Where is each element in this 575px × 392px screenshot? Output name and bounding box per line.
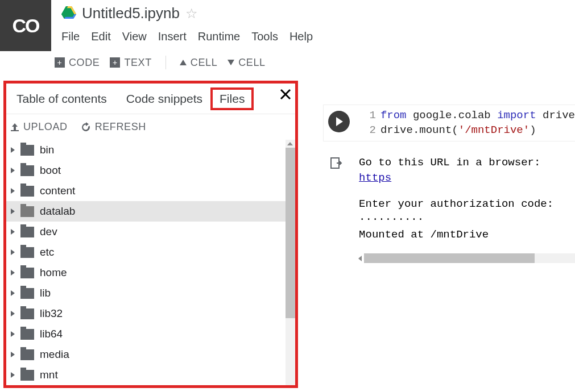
- chevron-right-icon: [11, 352, 15, 357]
- output-line-1a: Go to this URL in a browser:: [359, 156, 540, 169]
- h-scroll-thumb[interactable]: [364, 253, 535, 263]
- plus-icon: +: [110, 57, 120, 68]
- file-item[interactable]: lib: [6, 283, 295, 303]
- cell-output: Go to this URL in a browser: https Enter…: [323, 155, 575, 242]
- star-icon[interactable]: ☆: [185, 6, 198, 22]
- toolbar: + CODE + TEXT CELL CELL: [55, 52, 575, 73]
- main-menu: File Edit View Insert Runtime Tools Help: [61, 30, 313, 43]
- add-code-button[interactable]: + CODE: [55, 57, 100, 69]
- output-icon[interactable]: [330, 156, 344, 170]
- file-name: media: [40, 348, 69, 361]
- menu-runtime[interactable]: Runtime: [198, 30, 240, 43]
- file-name: content: [40, 185, 75, 197]
- file-name: datalab: [40, 205, 75, 218]
- chevron-right-icon: [11, 290, 15, 296]
- output-line-2: Enter your authorization code:: [359, 197, 575, 212]
- cell-up-button[interactable]: CELL: [180, 57, 217, 69]
- folder-icon: [20, 370, 34, 381]
- toolbar-divider: [166, 56, 166, 69]
- svg-marker-6: [64, 16, 73, 18]
- add-code-label: CODE: [69, 57, 100, 69]
- run-cell-button[interactable]: [328, 111, 350, 132]
- chevron-right-icon: [11, 208, 15, 214]
- scroll-left-icon: [358, 256, 362, 261]
- cell-h-scrollbar[interactable]: [356, 253, 575, 263]
- output-line-4: Mounted at /mntDrive: [359, 227, 575, 243]
- file-item[interactable]: mnt: [6, 365, 295, 385]
- file-item[interactable]: lib64: [6, 324, 295, 344]
- chevron-right-icon: [11, 331, 15, 337]
- chevron-right-icon: [11, 229, 15, 235]
- menu-tools[interactable]: Tools: [251, 30, 278, 43]
- file-item[interactable]: etc: [6, 242, 295, 262]
- menu-help[interactable]: Help: [289, 30, 313, 43]
- file-name: home: [40, 266, 67, 279]
- file-item[interactable]: home: [6, 262, 295, 283]
- upload-icon: [10, 122, 20, 132]
- arrow-up-icon: [180, 60, 187, 65]
- menu-view[interactable]: View: [122, 30, 147, 43]
- chevron-right-icon: [11, 270, 15, 276]
- add-text-label: TEXT: [124, 57, 151, 69]
- chevron-right-icon: [11, 168, 15, 173]
- file-name: lib32: [40, 307, 63, 320]
- file-name: etc: [40, 246, 54, 258]
- folder-icon: [20, 308, 34, 319]
- folder-icon: [20, 268, 34, 278]
- add-text-button[interactable]: + TEXT: [110, 57, 151, 69]
- folder-icon: [20, 247, 34, 258]
- notebook-title[interactable]: Untitled5.ipynb: [82, 5, 180, 22]
- file-list: binbootcontentdatalabdevetchomeliblib32l…: [6, 140, 295, 385]
- auth-url-link[interactable]: https: [359, 172, 391, 184]
- file-name: dev: [40, 226, 57, 238]
- code-editor[interactable]: 1from google.colab import drive 2drive.m…: [363, 105, 575, 141]
- file-item[interactable]: content: [6, 181, 295, 201]
- file-name: lib: [40, 287, 51, 299]
- sidebar: Table of contents Code snippets Files UP…: [3, 81, 298, 388]
- folder-icon: [20, 165, 34, 176]
- code-cell[interactable]: 1from google.colab import drive 2drive.m…: [323, 105, 575, 141]
- folder-icon: [20, 186, 34, 197]
- file-name: bin: [40, 144, 54, 156]
- sidebar-scrollbar[interactable]: [286, 140, 295, 385]
- tab-toc[interactable]: Table of contents: [6, 92, 116, 106]
- upload-label: UPLOAD: [23, 121, 68, 133]
- scroll-up-icon: [287, 142, 293, 145]
- colab-logo: CO: [0, 0, 51, 51]
- folder-icon: [20, 227, 34, 237]
- refresh-button[interactable]: REFRESH: [80, 121, 146, 133]
- file-item[interactable]: boot: [6, 160, 295, 181]
- file-item[interactable]: dev: [6, 222, 295, 242]
- file-item[interactable]: bin: [6, 140, 295, 160]
- folder-icon: [20, 206, 34, 217]
- chevron-right-icon: [11, 147, 15, 153]
- menu-insert[interactable]: Insert: [158, 30, 187, 43]
- cell-down-label: CELL: [238, 57, 265, 69]
- cell-up-label: CELL: [191, 57, 217, 69]
- folder-icon: [20, 145, 34, 156]
- file-name: mnt: [40, 369, 58, 381]
- plus-icon: +: [55, 57, 65, 68]
- tab-snippets[interactable]: Code snippets: [116, 92, 212, 106]
- colab-logo-text: CO: [13, 15, 39, 37]
- tab-files[interactable]: Files: [212, 89, 253, 109]
- folder-icon: [20, 329, 34, 340]
- cell-down-button[interactable]: CELL: [227, 57, 265, 69]
- scroll-thumb[interactable]: [286, 148, 295, 318]
- chevron-right-icon: [11, 188, 15, 194]
- chevron-right-icon: [11, 311, 15, 316]
- menu-edit[interactable]: Edit: [91, 30, 110, 43]
- drive-icon: [61, 6, 76, 21]
- file-item[interactable]: datalab: [6, 201, 295, 222]
- folder-icon: [20, 349, 34, 360]
- folder-icon: [20, 288, 34, 299]
- refresh-label: REFRESH: [95, 121, 146, 133]
- file-item[interactable]: media: [6, 344, 295, 365]
- close-sidebar-icon[interactable]: [279, 88, 292, 103]
- output-line-3: ··········: [359, 212, 575, 227]
- notebook-area: 1from google.colab import drive 2drive.m…: [323, 81, 575, 388]
- menu-file[interactable]: File: [61, 30, 80, 43]
- file-name: lib64: [40, 328, 63, 340]
- file-item[interactable]: lib32: [6, 303, 295, 324]
- upload-button[interactable]: UPLOAD: [10, 121, 68, 133]
